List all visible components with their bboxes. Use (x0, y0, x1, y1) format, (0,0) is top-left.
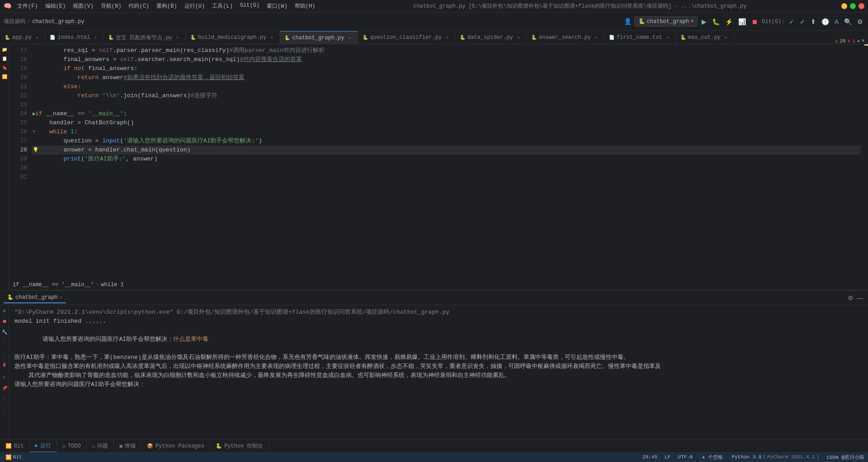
panel-settings-icon[interactable]: ⚙ (1, 374, 8, 381)
stop-button[interactable]: ⏹ (750, 17, 759, 27)
menu-edit[interactable]: 编辑(E) (42, 1, 69, 11)
btab-python-console-icon: 🐍 (216, 443, 222, 449)
tab-index-html[interactable]: 📄 index.html ✕ (45, 31, 104, 44)
tab-max-cut[interactable]: 🐍 max_cut.py ✕ (676, 31, 734, 44)
tab-jiaohu-close[interactable]: ✕ (175, 34, 181, 41)
settings-button[interactable]: ⚙ (856, 17, 864, 27)
rerun-icon[interactable]: ↺ (1, 307, 8, 314)
menu-run[interactable]: 运行(U) (181, 1, 208, 11)
tab-answer-search[interactable]: 🐍 answer_search.py ✕ (527, 31, 604, 44)
git-push-button[interactable]: ⬆ (809, 17, 817, 27)
menu-bar: 文件(F) 编辑(E) 视图(V) 导航(N) 代码(C) 重构(B) 运行(U… (14, 1, 318, 11)
tab-first-name[interactable]: 📄 first_name.txt ✕ (604, 31, 676, 44)
btab-problems[interactable]: ⚠ 问题 (87, 440, 114, 453)
tab-jiaohu[interactable]: 🐍 交互 匹配所有节点.py ✕ (104, 31, 186, 44)
run-configuration[interactable]: 🐍 chatbot_graph ▼ (634, 16, 698, 27)
menu-refactor[interactable]: 重构(B) (153, 1, 180, 11)
help-icon[interactable]: ? (1, 396, 8, 403)
btab-git[interactable]: 🔀 Git (0, 440, 30, 453)
tab-first-name-close[interactable]: ✕ (665, 34, 671, 41)
structure-icon[interactable]: 📋 (1, 55, 8, 62)
status-left: 🔀 Git (4, 452, 24, 462)
tab-app-py-close[interactable]: ✕ (34, 34, 40, 41)
panel-collapse-btn[interactable]: — (856, 293, 864, 302)
btab-todo[interactable]: ☑ TODO (57, 440, 86, 453)
project-icon[interactable]: 📁 (1, 46, 8, 53)
filter-icon[interactable]: 🔧 (1, 329, 8, 336)
btab-run[interactable]: ▶ 运行 (30, 440, 57, 453)
btab-python-console[interactable]: 🐍 Python 控制台 (210, 440, 269, 453)
tab-build-close[interactable]: ✕ (269, 34, 275, 41)
maximize-button[interactable] (850, 3, 856, 9)
tab-max-cut-close[interactable]: ✕ (723, 34, 729, 41)
nav-up-icon[interactable]: ▲ (857, 38, 860, 43)
window-title: chatbot_graph.py [G:\项目外包\知识图谱外包\基于知识图谱+… (413, 2, 746, 10)
menu-code[interactable]: 代码(C) (125, 1, 152, 11)
btab-problems-icon: ⚠ (92, 443, 95, 449)
minimize-button[interactable] (841, 3, 847, 9)
fold-icon[interactable]: ▼ (33, 127, 35, 137)
tab-bar-right: ⚠ 25 ✕ 1 ▲ ▼ (835, 38, 868, 44)
line-num-21: 21 (9, 82, 32, 91)
menu-git[interactable]: Git(G) (237, 1, 263, 11)
tab-question-classifier-close[interactable]: ✕ (444, 34, 450, 41)
menu-tools[interactable]: 工具(L) (209, 1, 236, 11)
tab-app-py[interactable]: 🐍 app.py ✕ (0, 31, 45, 44)
tab-data-spider[interactable]: 🐍 data_spider.py ✕ (455, 31, 527, 44)
code-line-18: final_answers = self.searcher.search_mai… (32, 55, 861, 64)
btab-python-packages[interactable]: 📦 Python Packages (142, 440, 210, 453)
git-status-btn[interactable]: 🔀 Git (4, 452, 24, 462)
nav-down-icon[interactable]: ▼ (862, 38, 864, 43)
btab-python-packages-icon: 📦 (147, 443, 153, 449)
stop-icon[interactable]: ⏹ (1, 318, 8, 325)
run-gutter-icon[interactable]: ▶ (33, 109, 36, 118)
menu-file[interactable]: 文件(F) (14, 1, 41, 11)
tab-chatbot[interactable]: 🐍 chatbot_graph.py ✕ (280, 31, 358, 44)
bulb-icon[interactable]: 💡 (33, 146, 39, 155)
menu-nav[interactable]: 导航(N) (98, 1, 125, 11)
python-version-btn[interactable]: Python 3.9 ( PyCharm 2021.4.1 ) (730, 452, 821, 462)
panel-settings-btn[interactable]: ⚙ (847, 293, 854, 302)
clear-icon[interactable]: 🗑 (1, 361, 8, 368)
line-col-label: 28:45 (642, 454, 657, 460)
btab-terminal-label: 终端 (125, 442, 136, 450)
tab-question-classifier[interactable]: 🐍 question_classifier.py ✕ (358, 31, 455, 44)
line-col-btn[interactable]: 28:45 (641, 452, 659, 462)
tab-answer-search-close[interactable]: ✕ (593, 34, 599, 41)
run-config-dropdown-icon: ▼ (691, 19, 693, 24)
run-button[interactable]: ▶ (700, 17, 708, 27)
menu-window[interactable]: 窗口(W) (264, 1, 291, 11)
indent-btn[interactable]: 4 个空格 (700, 452, 724, 462)
git-history-button[interactable]: 🕐 (820, 17, 830, 27)
close-button[interactable] (859, 3, 864, 9)
tab-data-spider-close[interactable]: ✕ (515, 34, 522, 41)
right-info-item: CSDN @若川小陈 (826, 454, 864, 461)
charset-btn[interactable]: UTF-8 (676, 452, 694, 462)
git-check-button[interactable]: ✓ (788, 17, 796, 27)
vcs-icon[interactable]: 🔀 (1, 73, 8, 80)
run-with-coverage-button[interactable]: ⚡ (724, 17, 734, 27)
tab-build[interactable]: 🐍 build_medicalgraph.py ✕ (186, 31, 280, 44)
profile-button[interactable]: 📊 (737, 17, 747, 27)
tab-chatbot-icon: 🐍 (284, 35, 290, 41)
more-icon[interactable]: ⋮ (1, 406, 8, 414)
scroll-down-icon[interactable]: ↓ (1, 350, 8, 358)
translate-button[interactable]: A (833, 17, 840, 27)
menu-view[interactable]: 视图(V) (70, 1, 97, 11)
tab-data-spider-label: data_spider.py (467, 34, 513, 41)
git-update-button[interactable]: ✓ (798, 17, 807, 27)
btab-terminal[interactable]: ▣ 终端 (114, 440, 142, 453)
bookmark-icon[interactable]: 🔖 (1, 64, 8, 71)
code-content[interactable]: res_sql = self.parser.parser_main(res_cl… (32, 44, 861, 279)
tab-chatbot-close[interactable]: ✕ (347, 35, 353, 41)
charset-label: UTF-8 (678, 454, 693, 460)
menu-help[interactable]: 帮助(H) (292, 1, 319, 11)
debug-button[interactable]: 🐛 (711, 17, 721, 27)
tab-app-py-label: app.py (12, 34, 32, 41)
run-tab-close-btn[interactable]: ✕ (60, 295, 62, 300)
scroll-up-icon[interactable]: ↑ (1, 339, 8, 347)
left-gutter-icons: 📁 📋 🔖 🔀 (0, 44, 9, 290)
pin-icon[interactable]: 📌 (1, 385, 8, 392)
tab-index-html-close[interactable]: ✕ (92, 34, 99, 41)
search-button[interactable]: 🔍 (843, 17, 853, 27)
